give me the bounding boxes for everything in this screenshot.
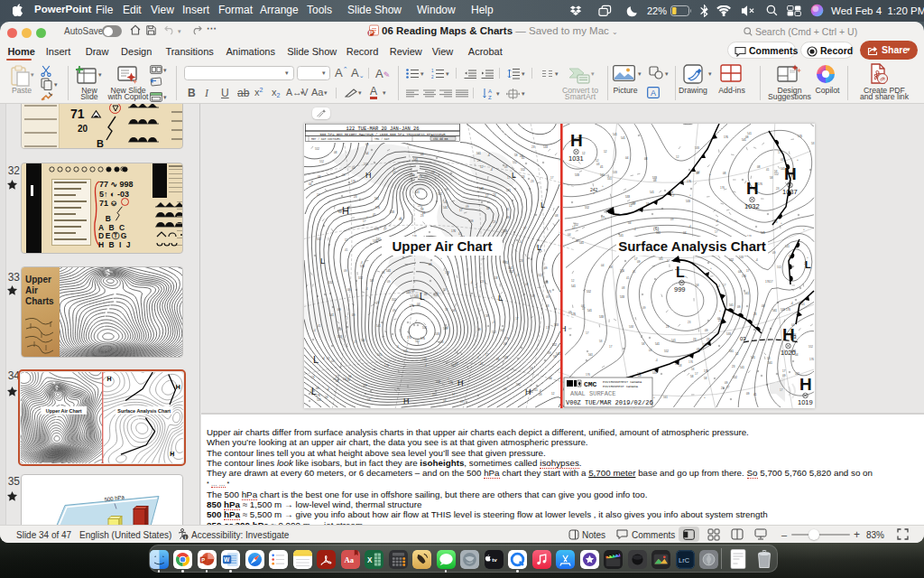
- svg-text:08: 08: [622, 286, 625, 290]
- svg-text:23: 23: [520, 259, 523, 263]
- svg-text:-4: -4: [519, 240, 522, 244]
- svg-text:+: +: [710, 266, 712, 270]
- svg-text:533: 533: [435, 332, 439, 336]
- svg-text:-4: -4: [790, 302, 793, 305]
- svg-text:09: 09: [337, 308, 341, 312]
- svg-text:17: 17: [723, 284, 726, 287]
- svg-text:552: 552: [358, 276, 363, 280]
- svg-text:533: 533: [575, 173, 579, 177]
- svg-text:533: 533: [620, 295, 624, 299]
- svg-text:04: 04: [683, 231, 687, 235]
- svg-text:Surface Analysis Chart: Surface Analysis Chart: [618, 238, 766, 254]
- svg-text:541: 541: [414, 294, 419, 298]
- svg-text:17: 17: [419, 175, 422, 179]
- svg-text:23: 23: [693, 338, 697, 341]
- svg-text:09: 09: [772, 251, 776, 255]
- svg-text:THK / DAM: THK / DAM: [374, 137, 389, 141]
- svg-text:58: 58: [485, 314, 489, 318]
- svg-text:541: 541: [613, 133, 617, 136]
- svg-text:561: 561: [744, 292, 749, 295]
- svg-text:-4: -4: [470, 281, 473, 284]
- svg-text:04: 04: [331, 359, 335, 363]
- svg-text:41: 41: [633, 270, 636, 274]
- svg-text:533: 533: [503, 229, 507, 233]
- svg-text:09: 09: [670, 218, 674, 221]
- svg-text:09: 09: [466, 205, 469, 209]
- svg-text:09: 09: [504, 387, 507, 391]
- svg-text:17: 17: [507, 176, 511, 180]
- svg-text:58: 58: [494, 276, 498, 280]
- svg-text:12: 12: [551, 392, 555, 396]
- svg-text:08: 08: [649, 349, 652, 352]
- svg-text:23: 23: [420, 214, 424, 218]
- svg-text:541: 541: [579, 241, 584, 245]
- svg-text:541: 541: [621, 136, 625, 140]
- svg-text:09: 09: [477, 328, 481, 331]
- svg-text:41: 41: [480, 362, 484, 366]
- svg-text:09: 09: [347, 288, 351, 292]
- svg-text:thk dd mm: thk dd mm: [433, 137, 448, 141]
- svg-text:17: 17: [582, 307, 586, 311]
- svg-text:58: 58: [445, 308, 448, 312]
- svg-text:23: 23: [493, 193, 496, 197]
- svg-text:09: 09: [503, 260, 506, 264]
- svg-text:-4: -4: [396, 345, 399, 349]
- svg-text:552: 552: [664, 350, 669, 353]
- svg-text:tv: tv: [492, 556, 497, 563]
- svg-text:58: 58: [770, 176, 773, 180]
- svg-text:+: +: [653, 396, 655, 399]
- svg-text:541: 541: [346, 378, 350, 382]
- svg-text:-4: -4: [655, 359, 658, 362]
- svg-text:17: 17: [354, 340, 357, 344]
- svg-text:561: 561: [451, 364, 456, 368]
- svg-text:(6): (6): [653, 226, 659, 231]
- svg-text:17: 17: [782, 369, 786, 373]
- svg-text:08: 08: [555, 214, 559, 218]
- svg-text:08: 08: [342, 173, 346, 177]
- svg-text:58: 58: [690, 375, 694, 378]
- svg-text:176: 176: [547, 290, 551, 294]
- svg-text:H: H: [784, 164, 797, 183]
- svg-text:552: 552: [436, 380, 440, 384]
- svg-text:176: 176: [374, 228, 379, 231]
- svg-text:23: 23: [354, 195, 357, 199]
- svg-text:533: 533: [445, 271, 449, 275]
- svg-text:541: 541: [747, 132, 752, 135]
- svg-text:176: 176: [351, 180, 356, 183]
- svg-text:08: 08: [420, 153, 424, 156]
- svg-text:552: 552: [585, 206, 589, 210]
- svg-text:41: 41: [766, 168, 770, 172]
- svg-text:08: 08: [644, 157, 648, 161]
- svg-text:09: 09: [568, 311, 572, 314]
- svg-text:552: 552: [509, 270, 513, 274]
- svg-text:09: 09: [365, 143, 369, 146]
- svg-text:17: 17: [586, 331, 589, 335]
- svg-text:552: 552: [552, 343, 557, 347]
- svg-text:-4: -4: [365, 287, 368, 291]
- svg-text:541: 541: [659, 257, 663, 261]
- svg-text:H: H: [176, 384, 180, 390]
- svg-text:08: 08: [504, 165, 508, 169]
- svg-text:533: 533: [406, 291, 411, 294]
- svg-text:L: L: [676, 265, 685, 280]
- svg-text:176: 176: [586, 373, 590, 377]
- svg-text:176: 176: [809, 358, 814, 361]
- svg-text:17: 17: [523, 227, 527, 230]
- svg-text:561: 561: [729, 350, 734, 353]
- svg-text:552: 552: [319, 160, 324, 163]
- svg-text:-4: -4: [492, 321, 494, 324]
- svg-text:541: 541: [443, 206, 448, 210]
- svg-text:541: 541: [671, 339, 676, 342]
- svg-text:-4: -4: [633, 228, 636, 231]
- svg-text:541: 541: [785, 245, 790, 248]
- svg-text:+: +: [491, 378, 493, 382]
- svg-text:552: 552: [315, 147, 319, 151]
- svg-text:552: 552: [432, 393, 437, 396]
- svg-text:41: 41: [600, 165, 604, 169]
- svg-text:-4: -4: [755, 258, 758, 262]
- svg-text:H: H: [365, 171, 372, 180]
- svg-text:P: P: [368, 29, 373, 37]
- svg-text:17: 17: [317, 193, 320, 197]
- svg-text:533: 533: [543, 145, 548, 149]
- svg-text:533: 533: [739, 256, 744, 259]
